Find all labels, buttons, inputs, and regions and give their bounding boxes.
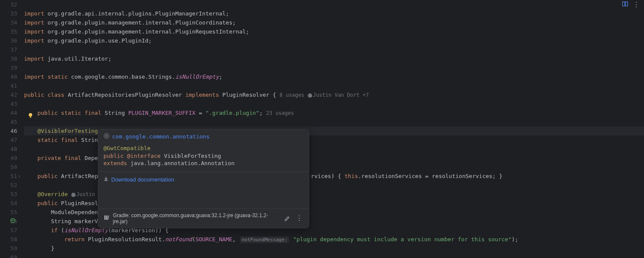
usages-hint[interactable]: 23 usages bbox=[266, 110, 294, 116]
line-number: 55 bbox=[0, 208, 17, 217]
line-number: 50 bbox=[0, 163, 17, 172]
line-number: 37 bbox=[0, 45, 17, 54]
line-number: 43 bbox=[0, 99, 17, 108]
line-number: 34 bbox=[0, 18, 17, 27]
line-number: 52 bbox=[0, 181, 17, 190]
svg-rect-7 bbox=[104, 215, 106, 220]
line-number: 47 bbox=[0, 135, 17, 144]
popup-package-row: com.google.common.annotations bbox=[98, 129, 309, 144]
code-line: import org.gradle.plugin.management.inte… bbox=[24, 18, 644, 27]
line-number: 36 bbox=[0, 36, 17, 45]
code-line: import org.gradle.api.internal.plugins.P… bbox=[24, 9, 644, 18]
svg-point-6 bbox=[106, 135, 107, 137]
line-number: 42 bbox=[0, 90, 17, 99]
code-line bbox=[24, 99, 644, 108]
code-line bbox=[24, 253, 644, 258]
svg-rect-9 bbox=[107, 215, 109, 220]
code-line: import org.gradle.plugin.management.inte… bbox=[24, 27, 644, 36]
line-number: 35 bbox=[0, 27, 17, 36]
line-number: 59 bbox=[0, 244, 17, 253]
line-number: 38 bbox=[0, 54, 17, 63]
line-number: 44 bbox=[0, 108, 17, 117]
code-editor[interactable]: 32 33 34 35 36 37 38 39 40 41 42 43 44 4… bbox=[0, 0, 644, 258]
line-number: 40 bbox=[0, 72, 17, 81]
line-number: 46 bbox=[0, 126, 17, 135]
code-line bbox=[24, 0, 644, 9]
code-line bbox=[24, 63, 644, 72]
code-line: return PluginResolutionResult.notFound(S… bbox=[24, 235, 644, 244]
line-number: 57 bbox=[0, 226, 17, 235]
package-link[interactable]: com.google.common.annotations bbox=[112, 133, 210, 140]
code-line bbox=[24, 45, 644, 54]
line-gutter: 32 33 34 35 36 37 38 39 40 41 42 43 44 4… bbox=[0, 0, 22, 258]
library-icon bbox=[103, 215, 109, 222]
line-number: 33 bbox=[0, 9, 17, 18]
author-icon bbox=[308, 93, 312, 98]
author-icon bbox=[71, 193, 76, 197]
svg-rect-8 bbox=[106, 215, 107, 220]
line-number: 49 bbox=[0, 154, 17, 163]
code-line bbox=[24, 117, 644, 126]
package-icon bbox=[103, 133, 109, 140]
download-icon bbox=[103, 176, 109, 183]
popup-footer: Gradle: com.google.common.guava:guava:32… bbox=[98, 209, 309, 228]
line-number: 41 bbox=[0, 81, 17, 90]
line-number: 48 bbox=[0, 144, 17, 154]
line-number: 60 bbox=[0, 253, 17, 258]
author-hint[interactable]: Justin Van Dort +7 bbox=[308, 92, 369, 98]
quick-doc-popup[interactable]: com.google.common.annotations @GwtCompat… bbox=[98, 129, 309, 228]
line-number: 45 bbox=[0, 117, 17, 126]
line-number: 56 bbox=[0, 217, 17, 226]
intention-bulb-icon[interactable] bbox=[27, 113, 33, 119]
popup-download-row: Download documentation bbox=[98, 172, 309, 187]
usages-hint[interactable]: 8 usages bbox=[279, 92, 304, 98]
popup-spacer bbox=[98, 187, 309, 209]
line-number: 39 bbox=[0, 63, 17, 72]
code-line: } bbox=[24, 244, 644, 253]
code-line: import org.gradle.plugin.use.PluginId; bbox=[24, 36, 644, 45]
svg-point-2 bbox=[29, 113, 32, 117]
code-line: import java.util.Iterator; bbox=[24, 54, 644, 63]
line-number: 58 bbox=[0, 235, 17, 244]
more-icon[interactable]: ⋮ bbox=[295, 214, 304, 223]
svg-point-4 bbox=[11, 218, 15, 223]
override-marker-icon[interactable] bbox=[10, 217, 15, 226]
svg-rect-3 bbox=[30, 117, 31, 118]
download-documentation-link[interactable]: Download documentation bbox=[111, 176, 174, 183]
fold-marker-icon[interactable]: › bbox=[18, 172, 21, 181]
code-line: import static com.google.common.base.Str… bbox=[24, 72, 644, 81]
source-library-label: Gradle: com.google.common.guava:guava:32… bbox=[113, 212, 279, 224]
line-number: ›51 bbox=[0, 172, 17, 181]
popup-declaration: @GwtCompatible public @interface Visible… bbox=[98, 144, 309, 172]
line-number: 32 bbox=[0, 0, 17, 9]
author-hint[interactable]: Justin V bbox=[71, 191, 101, 197]
code-line: public class ArtifactRepositoriesPluginR… bbox=[24, 90, 644, 99]
edit-icon[interactable] bbox=[283, 214, 292, 223]
parameter-inlay: notFoundMessage: bbox=[240, 236, 289, 243]
code-line: public static final String PLUGIN_MARKER… bbox=[24, 108, 644, 117]
line-number: 53 bbox=[0, 190, 17, 199]
code-line bbox=[24, 81, 644, 90]
line-number: 54 bbox=[0, 199, 17, 208]
